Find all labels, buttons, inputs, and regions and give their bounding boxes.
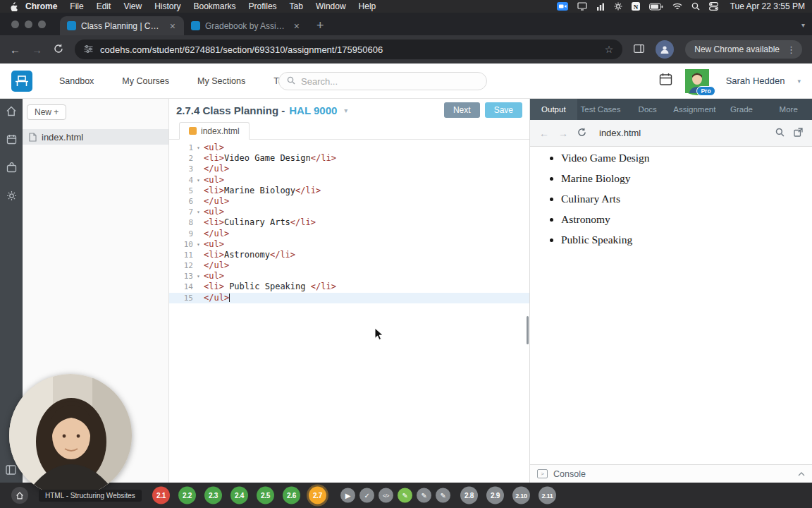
output-tab-grade[interactable]: Grade xyxy=(718,99,765,120)
fold-toggle-icon[interactable]: ▾ xyxy=(193,207,204,217)
webcam-video[interactable] xyxy=(9,374,132,497)
course-home-button[interactable] xyxy=(11,487,28,504)
site-settings-icon[interactable] xyxy=(84,43,93,56)
code-line[interactable]: 15</ul> xyxy=(169,293,529,303)
code-line[interactable]: 10▾<ul> xyxy=(169,239,529,250)
window-zoom-button[interactable] xyxy=(38,20,46,28)
browser-tab[interactable]: Class Planning | CodeHS× xyxy=(60,16,184,35)
menubar-item[interactable]: Profiles xyxy=(249,1,277,11)
lesson-badge-2.4[interactable]: 2.4 xyxy=(230,487,248,504)
lesson-badge-2.5[interactable]: 2.5 xyxy=(257,487,274,504)
chrome-update-button[interactable]: New Chrome available ⋮ xyxy=(685,40,802,59)
code-line[interactable]: 3</ul> xyxy=(169,164,529,174)
nav-item-sandbox[interactable]: Sandbox xyxy=(59,76,94,86)
gear-icon[interactable] xyxy=(6,190,17,201)
code-line[interactable]: 2<li>Video Game Design</li> xyxy=(169,153,529,164)
code-line[interactable]: 9</ul> xyxy=(169,229,529,239)
code-line[interactable]: 6</ul> xyxy=(169,196,529,207)
output-forward-icon[interactable]: → xyxy=(558,128,568,139)
stats-icon[interactable] xyxy=(596,3,605,11)
item-badge-pencil-icon[interactable]: ✎ xyxy=(398,488,412,503)
fold-toggle-icon[interactable]: ▾ xyxy=(193,143,204,153)
battery-icon[interactable] xyxy=(649,3,663,11)
code-line[interactable]: 4▾<ul> xyxy=(169,175,529,186)
code-line[interactable]: 5<li>Marine Biology</li> xyxy=(169,186,529,196)
tab-close-icon[interactable]: × xyxy=(168,20,177,32)
lesson-badge-2.7[interactable]: 2.7 xyxy=(309,487,326,504)
editor-tab-index-html[interactable]: index.html xyxy=(179,122,250,140)
forward-icon[interactable]: → xyxy=(32,44,42,55)
item-badge-video-icon[interactable]: ▶ xyxy=(340,488,355,503)
editor-scrollbar-thumb[interactable] xyxy=(527,316,529,344)
window-close-button[interactable] xyxy=(11,20,19,28)
home-icon[interactable] xyxy=(6,105,17,116)
assignment-section[interactable]: HAL 9000 xyxy=(289,104,337,116)
output-tab-test-cases[interactable]: Test Cases xyxy=(577,99,625,120)
user-menu-chevron-icon[interactable]: ▾ xyxy=(797,78,801,85)
calendar-icon[interactable] xyxy=(659,73,672,89)
lesson-badge-2.6[interactable]: 2.6 xyxy=(283,487,300,504)
user-avatar[interactable]: Pro xyxy=(685,69,709,93)
back-icon[interactable]: ← xyxy=(10,44,20,55)
menubar-app-name[interactable]: Chrome xyxy=(25,1,57,11)
tab-search-chevron-icon[interactable]: ▾ xyxy=(801,21,805,29)
bag-icon[interactable] xyxy=(6,162,17,173)
reload-icon[interactable] xyxy=(54,44,63,55)
search-icon[interactable] xyxy=(691,2,700,11)
output-reload-icon[interactable] xyxy=(577,127,586,140)
fold-toggle-icon[interactable]: ▾ xyxy=(193,271,204,282)
address-input[interactable]: codehs.com/student/6274881/section/69331… xyxy=(75,40,622,59)
browser-menu-kebab-icon[interactable]: ⋮ xyxy=(785,44,798,55)
tab-close-icon[interactable]: × xyxy=(293,20,301,32)
bookmark-star-icon[interactable]: ☆ xyxy=(605,44,614,55)
nav-item-my-courses[interactable]: My Courses xyxy=(122,76,169,86)
console-expand-chevron-icon[interactable] xyxy=(798,472,805,476)
code-line[interactable]: 12</ul> xyxy=(169,260,529,271)
next-button[interactable]: Next xyxy=(444,102,480,118)
lesson-badge-2.3[interactable]: 2.3 xyxy=(204,487,222,504)
code-line[interactable]: 13▾<ul> xyxy=(169,271,529,282)
codehs-logo[interactable] xyxy=(11,71,32,92)
fold-toggle-icon[interactable]: ▾ xyxy=(193,175,204,186)
lesson-badge-2.2[interactable]: 2.2 xyxy=(178,487,196,504)
save-button[interactable]: Save xyxy=(485,102,522,118)
layout-panel-icon[interactable] xyxy=(6,464,16,476)
lesson-badge-2.10[interactable]: 2.10 xyxy=(512,487,530,504)
browser-tab[interactable]: Gradebook by Assignment: C× xyxy=(184,16,308,35)
zoom-icon[interactable] xyxy=(557,2,568,11)
new-file-button[interactable]: New + xyxy=(27,104,66,120)
calendar-strip-icon[interactable] xyxy=(6,133,17,145)
section-chevron-icon[interactable]: ▾ xyxy=(344,107,347,114)
output-tab-assignment[interactable]: Assignment xyxy=(671,99,718,120)
menubar-item[interactable]: File xyxy=(70,1,83,11)
item-badge-check-icon[interactable]: ✓ xyxy=(359,488,374,503)
user-name[interactable]: Sarah Hedden xyxy=(726,75,785,86)
notion-icon[interactable]: N xyxy=(632,2,640,11)
code-area[interactable]: 1▾<ul>2<li>Video Game Design</li>3</ul>4… xyxy=(169,140,529,483)
output-tab-more[interactable]: More xyxy=(765,99,812,120)
item-badge-example-icon[interactable]: </> xyxy=(379,488,393,503)
control-center-icon[interactable] xyxy=(709,2,718,11)
window-minimize-button[interactable] xyxy=(25,20,32,28)
menubar-clock[interactable]: Tue Apr 22 3:55 PM xyxy=(730,1,805,11)
menubar-item[interactable]: Window xyxy=(316,1,346,11)
code-line[interactable]: 8<li>Culinary Arts</li> xyxy=(169,217,529,228)
code-line[interactable]: 1▾<ul> xyxy=(169,143,529,153)
item-badge-pencil-icon[interactable]: ✎ xyxy=(417,488,431,503)
browser-profile-avatar[interactable] xyxy=(656,40,674,59)
menubar-item[interactable]: Edit xyxy=(97,1,111,11)
menubar-item[interactable]: Help xyxy=(359,1,376,11)
code-line[interactable]: 14<li> Public Speaking </li> xyxy=(169,282,529,292)
output-tab-docs[interactable]: Docs xyxy=(624,99,671,120)
lesson-badge-2.9[interactable]: 2.9 xyxy=(486,487,504,504)
code-line[interactable]: 11<li>Astronomy</li> xyxy=(169,250,529,260)
settings-gear-icon[interactable] xyxy=(614,2,622,11)
display-icon[interactable] xyxy=(577,2,587,11)
wifi-icon[interactable] xyxy=(672,3,682,11)
menubar-item[interactable]: History xyxy=(154,1,180,11)
nav-item-my-sections[interactable]: My Sections xyxy=(197,76,245,86)
output-back-icon[interactable]: ← xyxy=(539,128,549,139)
menubar-item[interactable]: Tab xyxy=(290,1,303,11)
lesson-badge-2.8[interactable]: 2.8 xyxy=(460,487,478,504)
output-search-icon[interactable] xyxy=(775,127,785,140)
